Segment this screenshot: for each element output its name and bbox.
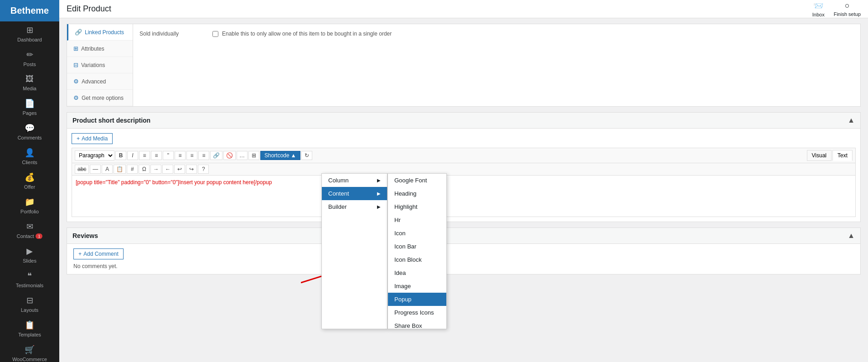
- sidebar-item-label: Pages: [22, 110, 36, 116]
- italic-button[interactable]: I: [127, 151, 138, 160]
- offer-icon: 💰: [25, 172, 35, 182]
- refresh-button[interactable]: ↻: [301, 151, 312, 160]
- submenu-icon-bar[interactable]: Icon Bar: [388, 240, 446, 253]
- content-area: 🔗 Linked Products ⊞ Attributes ⊟ Variati…: [59, 18, 868, 362]
- sidebar-item-pages[interactable]: 📄 Pages: [0, 95, 59, 119]
- tab-get-more[interactable]: ⚙ Get more options: [67, 90, 133, 106]
- product-panel-body: 🔗 Linked Products ⊞ Attributes ⊟ Variati…: [67, 24, 860, 106]
- sidebar-item-offer[interactable]: 💰 Offer: [0, 169, 59, 193]
- reviews-body: + Add Comment No comments yet.: [67, 244, 860, 274]
- paragraph-select[interactable]: Paragraph: [75, 150, 114, 160]
- visual-text-tabs: Visual Text: [807, 150, 852, 161]
- sidebar-item-comments[interactable]: 💬 Comments: [0, 119, 59, 144]
- sidebar-item-label: Offer: [24, 184, 35, 190]
- unlink-button[interactable]: 🚫: [223, 151, 236, 160]
- advanced-icon: ⚙: [73, 78, 79, 85]
- dd-builder-arrow: ▶: [377, 204, 381, 209]
- sidebar-item-clients[interactable]: 👤 Clients: [0, 144, 59, 169]
- sidebar-item-label: Slides: [23, 258, 36, 264]
- sidebar-item-label: Contact 1: [17, 233, 43, 239]
- ul-button[interactable]: ≡: [139, 151, 150, 160]
- tab-linked-products-label: Linked Products: [85, 29, 124, 36]
- reviews-title: Reviews: [72, 232, 98, 239]
- get-more-icon: ⚙: [73, 94, 79, 101]
- sidebar-item-label: WooCommerce: [12, 357, 47, 362]
- submenu-idea[interactable]: Idea: [388, 266, 446, 279]
- editor-content[interactable]: [popup title="Title" padding="0" button=…: [72, 176, 855, 217]
- add-comment-button[interactable]: + Add Comment: [73, 248, 124, 259]
- sidebar-item-contact[interactable]: ✉ Contact 1: [0, 218, 59, 243]
- visual-tab[interactable]: Visual: [807, 150, 832, 161]
- submenu-heading[interactable]: Heading: [388, 187, 446, 200]
- sidebar-item-label: Posts: [23, 62, 36, 67]
- ol-button[interactable]: ≡: [151, 151, 162, 160]
- blockquote-button[interactable]: ": [163, 151, 174, 160]
- outdent-button[interactable]: ←: [162, 165, 173, 174]
- inbox-icon: 📨: [813, 1, 823, 11]
- more-button[interactable]: …: [237, 151, 248, 160]
- paste-button[interactable]: 📋: [114, 165, 126, 174]
- bold-button[interactable]: B: [115, 151, 126, 160]
- tab-attributes[interactable]: ⊞ Attributes: [67, 41, 133, 57]
- hr-button[interactable]: —: [90, 165, 101, 174]
- help-button[interactable]: ?: [198, 165, 209, 174]
- sidebar-item-label: Clients: [22, 160, 37, 165]
- finish-setup-button[interactable]: ○ Finish setup: [834, 1, 861, 17]
- submenu-highlight[interactable]: Highlight: [388, 200, 446, 213]
- submenu-icon-block[interactable]: Icon Block: [388, 253, 446, 266]
- text-tab[interactable]: Text: [832, 150, 852, 161]
- dd-item-builder[interactable]: Builder ▶: [322, 200, 387, 213]
- submenu-google-font[interactable]: Google Font: [388, 174, 446, 187]
- tab-advanced[interactable]: ⚙ Advanced: [67, 73, 133, 90]
- align-center-button[interactable]: ≡: [186, 151, 197, 160]
- sidebar-item-templates[interactable]: 📋 Templates: [0, 316, 59, 341]
- sidebar-item-layouts[interactable]: ⊟ Layouts: [0, 292, 59, 316]
- dd-content-label: Content: [328, 190, 349, 197]
- sidebar-item-testimonials[interactable]: ❝ Testimonials: [0, 267, 59, 292]
- undo-button[interactable]: ↩: [174, 165, 185, 174]
- testimonials-icon: ❝: [27, 271, 32, 281]
- align-right-button[interactable]: ≡: [198, 151, 209, 160]
- add-media-button[interactable]: + Add Media: [72, 133, 113, 144]
- sidebar-item-dashboard[interactable]: ⊞ Dashboard: [0, 21, 59, 46]
- short-desc-collapse-btn[interactable]: ▲: [847, 116, 855, 124]
- redo-button[interactable]: ↪: [186, 165, 197, 174]
- tab-variations[interactable]: ⊟ Variations: [67, 57, 133, 73]
- submenu-progress-icons[interactable]: Progress Icons: [388, 306, 446, 319]
- tab-linked-products[interactable]: 🔗 Linked Products: [67, 24, 133, 41]
- table-button[interactable]: ⊞: [248, 151, 259, 160]
- sidebar-item-slides[interactable]: ▶ Slides: [0, 243, 59, 267]
- sidebar-item-portfolio[interactable]: 📁 Portfolio: [0, 193, 59, 218]
- strikethrough-button[interactable]: abc: [75, 165, 89, 174]
- submenu-image[interactable]: Image: [388, 279, 446, 293]
- sidebar-item-label: Templates: [18, 332, 41, 337]
- anchor-button[interactable]: #: [127, 165, 138, 174]
- dd-column-label: Column: [328, 177, 349, 184]
- sold-individually-checkbox-row: Enable this to only allow one of this it…: [212, 31, 854, 37]
- short-desc-title: Product short description: [72, 117, 150, 124]
- submenu-hr[interactable]: Hr: [388, 213, 446, 227]
- inbox-button[interactable]: 📨 Inbox: [812, 1, 825, 17]
- reviews-collapse-btn[interactable]: ▲: [847, 232, 855, 240]
- dd-item-content[interactable]: Content ▶: [322, 187, 387, 200]
- sold-individually-checkbox[interactable]: [212, 31, 218, 37]
- sidebar-item-woocommerce[interactable]: 🛒 WooCommerce: [0, 341, 59, 362]
- submenu-icon[interactable]: Icon: [388, 227, 446, 240]
- submenu-popup[interactable]: Popup: [388, 293, 446, 306]
- link-button[interactable]: 🔗: [210, 151, 222, 160]
- special-char-button[interactable]: Ω: [139, 165, 150, 174]
- shortcode-button[interactable]: Shortcode ▲: [260, 151, 300, 160]
- dd-item-column[interactable]: Column ▶: [322, 174, 387, 187]
- short-desc-header: Product short description ▲: [67, 113, 860, 129]
- sidebar-item-posts[interactable]: ✏ Posts: [0, 46, 59, 71]
- sidebar-item-media[interactable]: 🖼 Media: [0, 71, 59, 95]
- tab-advanced-label: Advanced: [82, 78, 106, 85]
- product-data-panel: 🔗 Linked Products ⊞ Attributes ⊟ Variati…: [67, 24, 861, 107]
- align-left-button[interactable]: ≡: [175, 151, 186, 160]
- site-logo[interactable]: Betheme: [0, 0, 59, 21]
- submenu-share-box[interactable]: Share Box: [388, 319, 446, 329]
- color-button[interactable]: A: [102, 165, 113, 174]
- sidebar: Betheme ⊞ Dashboard ✏ Posts 🖼 Media 📄 Pa…: [0, 0, 59, 362]
- indent-button[interactable]: →: [150, 165, 161, 174]
- add-comment-label: Add Comment: [83, 251, 119, 257]
